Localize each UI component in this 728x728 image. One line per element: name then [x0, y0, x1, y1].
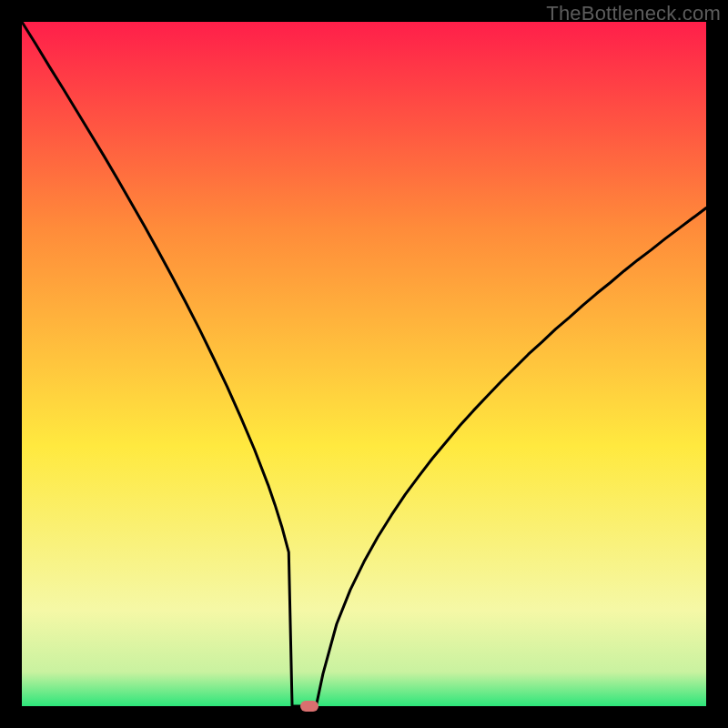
optimal-marker — [300, 701, 318, 712]
watermark-text: TheBottleneck.com — [546, 2, 721, 25]
chart-frame: TheBottleneck.com — [0, 0, 728, 728]
chart-svg — [22, 22, 706, 706]
gradient-background — [22, 22, 706, 706]
plot-area — [22, 22, 706, 706]
